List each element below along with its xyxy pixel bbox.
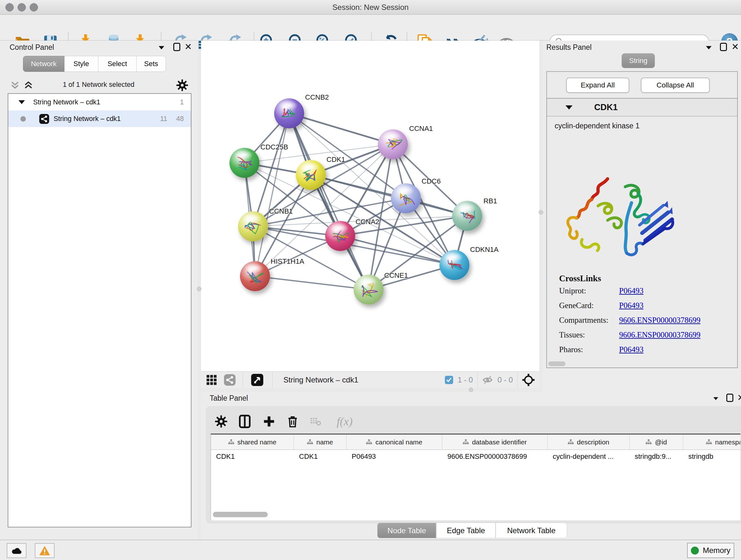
control-panel-close-icon[interactable]: ✕ bbox=[185, 42, 192, 52]
clear-table-icon[interactable] bbox=[307, 413, 324, 430]
table-panel-title: Table Panel bbox=[210, 394, 248, 402]
collection-expand-icon[interactable] bbox=[18, 100, 25, 104]
expand-all-button[interactable]: Expand All bbox=[566, 78, 629, 93]
memory-button[interactable]: Memory bbox=[687, 543, 734, 558]
gene-details-box: CDK1 cyclin-dependent kinase 1 bbox=[546, 98, 738, 368]
hidden-eye-slash-icon[interactable] bbox=[482, 374, 493, 385]
network-node-RB1[interactable] bbox=[452, 201, 482, 231]
tab-style[interactable]: Style bbox=[64, 56, 98, 72]
network-tree-row[interactable]: String Network – cdk1 1 bbox=[8, 94, 191, 111]
network-view-title: String Network – cdk1 bbox=[283, 375, 358, 384]
grid-view-icon[interactable] bbox=[206, 374, 217, 385]
crosslinks-title: CrossLinks bbox=[559, 273, 700, 284]
network-node-HIST1H1A[interactable] bbox=[240, 261, 270, 291]
column-header-database-identifier[interactable]: database identifier bbox=[442, 435, 548, 449]
tab-string[interactable]: String bbox=[622, 53, 655, 68]
horizontal-splitter-handle[interactable] bbox=[469, 388, 473, 392]
column-header-label: database identifier bbox=[472, 438, 527, 446]
crosslink-label: GeneCard: bbox=[559, 301, 619, 310]
network-selection-status: 1 of 1 Network selected bbox=[0, 81, 197, 89]
network-node-CDKN1A[interactable] bbox=[440, 250, 469, 280]
network-node-CCNA1[interactable] bbox=[378, 129, 408, 159]
column-header--id[interactable]: @id bbox=[630, 435, 683, 449]
crosslink-link[interactable]: P06493 bbox=[619, 345, 643, 354]
collapse-section-icon[interactable] bbox=[565, 105, 572, 110]
current-network-dot bbox=[20, 116, 26, 122]
table-panel-menu-icon[interactable] bbox=[713, 397, 718, 400]
network-node-CDC6[interactable] bbox=[391, 183, 421, 213]
node-label-CCNA1: CCNA1 bbox=[409, 125, 433, 133]
crosslink-link[interactable]: P06493 bbox=[619, 287, 643, 295]
network-options-gear-icon[interactable] bbox=[176, 78, 189, 93]
table-row[interactable]: CDK1CDK1P064939606.ENSP00000378699cyclin… bbox=[211, 450, 740, 463]
warnings-button[interactable] bbox=[35, 543, 55, 558]
window-title-bar: Session: New Session bbox=[0, 0, 741, 15]
tab-edge-table[interactable]: Edge Table bbox=[436, 523, 495, 538]
table-cell: cyclin-dependent ... bbox=[548, 450, 630, 463]
network-node-CCNA2[interactable] bbox=[325, 221, 355, 251]
birdseye-view-icon[interactable] bbox=[251, 374, 263, 386]
network-node-CCNB2[interactable] bbox=[274, 98, 304, 128]
vertical-splitter-handle[interactable] bbox=[539, 210, 543, 214]
table-panel-float-icon[interactable] bbox=[726, 394, 733, 402]
selected-checkbox-icon[interactable] bbox=[445, 376, 453, 384]
node-table-header[interactable]: shared namenamecanonical namedatabase id… bbox=[211, 435, 740, 450]
node-count: 11 bbox=[160, 115, 167, 123]
memory-status-dot bbox=[691, 547, 699, 555]
cloud-icon bbox=[11, 545, 22, 557]
crosslink-row: Pharos: P06493 bbox=[559, 342, 700, 357]
crosslink-link[interactable]: 9606.ENSP00000378699 bbox=[619, 316, 700, 325]
network-collection-label: String Network – cdk1 bbox=[33, 98, 100, 106]
tab-network-table[interactable]: Network Table bbox=[495, 523, 567, 538]
network-canvas[interactable]: CCNB2CCNA1CDC25BCDK1CDC6RB1CCNB1CCNA2CDK… bbox=[201, 41, 539, 371]
column-header-shared-name[interactable]: shared name bbox=[211, 435, 294, 449]
crosslink-link[interactable]: P06493 bbox=[619, 301, 643, 310]
delete-column-trash-icon[interactable] bbox=[284, 413, 301, 430]
results-panel-close-icon[interactable]: ✕ bbox=[731, 42, 739, 52]
crosslink-link[interactable]: 9606.ENSP00000378699 bbox=[619, 330, 700, 339]
tab-node-table[interactable]: Node Table bbox=[377, 523, 436, 538]
table-cell: CDK1 bbox=[211, 450, 294, 463]
toolbar-separator bbox=[477, 372, 478, 388]
network-node-CDC25B[interactable] bbox=[229, 148, 259, 178]
network-node-CCNE1[interactable] bbox=[354, 274, 384, 305]
network-node-CDK1[interactable] bbox=[296, 160, 326, 190]
cloud-status-button[interactable] bbox=[7, 543, 26, 558]
collapse-all-button[interactable]: Collapse All bbox=[641, 78, 710, 93]
table-settings-gear-icon[interactable] bbox=[213, 413, 229, 430]
column-header-namespace[interactable]: namespace bbox=[683, 435, 740, 449]
gene-symbol: CDK1 bbox=[594, 103, 618, 112]
control-panel-float-icon[interactable] bbox=[173, 43, 180, 51]
results-actions-box: Expand All Collapse All bbox=[546, 71, 738, 99]
control-panel-menu-icon[interactable] bbox=[158, 46, 164, 49]
results-horizontal-scrollbar[interactable] bbox=[548, 361, 565, 366]
network-node-CCNB1[interactable] bbox=[238, 211, 268, 241]
status-bar: Memory bbox=[0, 540, 741, 560]
network-tree-row[interactable]: String Network – cdk1 11 48 bbox=[8, 111, 191, 127]
results-panel-menu-icon[interactable] bbox=[706, 46, 712, 49]
column-header-canonical-name[interactable]: canonical name bbox=[347, 435, 442, 449]
gene-section-header[interactable]: CDK1 bbox=[547, 99, 737, 117]
column-header-label: shared name bbox=[238, 438, 277, 446]
add-column-icon[interactable] bbox=[261, 413, 277, 430]
function-builder-icon[interactable]: f(x) bbox=[330, 413, 359, 430]
tab-select[interactable]: Select bbox=[98, 56, 137, 72]
network-view-toolbar: String Network – cdk1 1 - 0 0 - 0 bbox=[201, 371, 539, 388]
node-gloss bbox=[396, 185, 415, 195]
vertical-splitter-handle[interactable] bbox=[197, 287, 201, 291]
column-header-name[interactable]: name bbox=[294, 435, 347, 449]
column-header-description[interactable]: description bbox=[548, 435, 630, 449]
show-columns-icon[interactable] bbox=[237, 413, 253, 430]
results-panel-float-icon[interactable] bbox=[720, 43, 727, 51]
table-horizontal-scrollbar[interactable] bbox=[213, 512, 268, 517]
table-toolbar-container: f(x) shared namenamecanonical namedataba… bbox=[206, 406, 741, 523]
tab-sets[interactable]: Sets bbox=[137, 56, 166, 72]
tab-network[interactable]: Network bbox=[23, 56, 64, 72]
selected-count-badge: 1 - 0 bbox=[458, 375, 473, 384]
fit-center-crosshair-icon[interactable] bbox=[522, 374, 535, 386]
node-table[interactable]: shared namenamecanonical namedatabase id… bbox=[211, 434, 740, 520]
table-panel-close-icon[interactable]: ✕ bbox=[737, 392, 741, 403]
network-share-view-icon[interactable] bbox=[224, 374, 235, 386]
crosslinks-section: CrossLinks Uniprot: P06493GeneCard: P064… bbox=[559, 273, 700, 357]
toolbar-separator bbox=[243, 372, 243, 388]
